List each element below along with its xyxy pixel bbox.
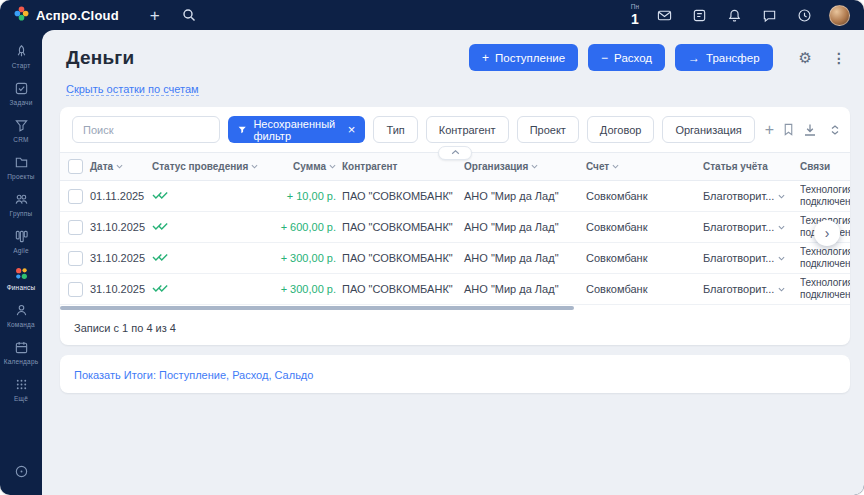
sidebar: Старт Задачи CRM Проект bbox=[0, 30, 42, 495]
help-icon[interactable] bbox=[14, 454, 29, 495]
sidebar-item-label: Agile bbox=[13, 247, 28, 254]
horizontal-scrollbar-thumb[interactable] bbox=[60, 306, 574, 310]
sidebar-item-projects[interactable]: Проекты bbox=[0, 149, 42, 186]
status-double-check-icon bbox=[152, 221, 278, 233]
column-label: Счет bbox=[586, 161, 609, 172]
sidebar-item-label: Группы bbox=[10, 210, 33, 217]
table-row[interactable]: 01.11.2025 + 10,00 р. ПАО "СОВКОМБАНК" А… bbox=[60, 181, 850, 212]
arrow-right-icon: → bbox=[688, 52, 700, 64]
row-checkbox[interactable] bbox=[68, 251, 83, 266]
column-header-sum[interactable]: Сумма bbox=[278, 161, 342, 172]
sidebar-item-label: Старт bbox=[12, 62, 31, 69]
filter-counterparty-button[interactable]: Контрагент bbox=[426, 116, 509, 143]
income-button-label: Поступление bbox=[495, 52, 565, 64]
topbar: Аспро.Cloud + Пн 1 bbox=[0, 0, 864, 30]
sidebar-item-label: Задачи bbox=[9, 99, 32, 106]
export-icon[interactable] bbox=[803, 123, 817, 137]
status-double-check-icon bbox=[152, 190, 278, 202]
expense-button[interactable]: − Расход bbox=[588, 44, 665, 71]
groups-icon bbox=[14, 192, 29, 207]
cell-links[interactable]: Технология подключения bbox=[800, 277, 850, 301]
plus-icon: + bbox=[482, 52, 489, 64]
filter-contract-button[interactable]: Договор bbox=[587, 116, 655, 143]
horizontal-scrollbar-track bbox=[60, 305, 850, 313]
column-header-status[interactable]: Статус проведения bbox=[152, 161, 278, 172]
support-icon[interactable] bbox=[794, 5, 814, 25]
row-checkbox[interactable] bbox=[68, 220, 83, 235]
search-icon[interactable] bbox=[179, 5, 199, 25]
column-header-date[interactable]: Дата bbox=[90, 161, 152, 172]
collapse-filters-button[interactable] bbox=[438, 146, 472, 160]
kanban-icon bbox=[14, 229, 29, 244]
select-all-checkbox[interactable] bbox=[68, 159, 83, 174]
calendar-day: 1 bbox=[631, 12, 639, 26]
sidebar-item-calendar[interactable]: Календарь bbox=[0, 334, 42, 371]
table-row[interactable]: 31.10.2025 + 300,00 р. ПАО "СОВКОМБАНК" … bbox=[60, 243, 850, 274]
folder-icon bbox=[14, 155, 29, 170]
chat-icon[interactable] bbox=[759, 5, 779, 25]
active-filter-label: Несохраненный фильтр bbox=[253, 118, 338, 142]
cell-article-dropdown[interactable]: Благотворит... bbox=[703, 283, 800, 295]
cell-article-dropdown[interactable]: Благотворит... bbox=[703, 221, 800, 233]
mail-icon[interactable] bbox=[654, 5, 674, 25]
calendar-widget[interactable]: Пн 1 bbox=[631, 4, 639, 26]
records-summary: Записи с 1 по 4 из 4 bbox=[60, 313, 850, 345]
page-settings-gear-icon[interactable]: ⚙ bbox=[799, 49, 812, 67]
page-header: Деньги + Поступление − Расход → Трансфер… bbox=[42, 30, 864, 71]
sort-icon bbox=[612, 164, 619, 169]
sidebar-item-start[interactable]: Старт bbox=[0, 38, 42, 75]
bell-icon[interactable] bbox=[724, 5, 744, 25]
column-header-article[interactable]: Статья учёта bbox=[703, 161, 800, 172]
filter-type-button[interactable]: Тип bbox=[373, 116, 417, 143]
row-checkbox[interactable] bbox=[68, 189, 83, 204]
bookmark-icon[interactable] bbox=[782, 123, 795, 136]
hide-balances-link[interactable]: Скрыть остатки по счетам bbox=[66, 83, 199, 96]
active-filter-chip[interactable]: Несохраненный фильтр × bbox=[228, 116, 365, 143]
kebab-menu-icon[interactable]: ⋮ bbox=[832, 50, 846, 66]
filter-funnel-icon bbox=[238, 124, 246, 136]
show-totals-link[interactable]: Показать Итоги: Поступление, Расход, Сал… bbox=[74, 369, 313, 381]
sidebar-item-agile[interactable]: Agile bbox=[0, 223, 42, 260]
cell-article-dropdown[interactable]: Благотворит... bbox=[703, 252, 800, 264]
income-button[interactable]: + Поступление bbox=[469, 44, 578, 71]
logo[interactable]: Аспро.Cloud bbox=[14, 6, 119, 25]
app-window: Аспро.Cloud + Пн 1 bbox=[0, 0, 864, 495]
cell-article-dropdown[interactable]: Благотворит... bbox=[703, 190, 800, 202]
transfer-button[interactable]: → Трансфер bbox=[675, 44, 773, 71]
sidebar-item-more[interactable]: Ещё bbox=[0, 371, 42, 408]
sidebar-item-label: CRM bbox=[13, 136, 28, 143]
notes-icon[interactable] bbox=[689, 5, 709, 25]
sidebar-item-groups[interactable]: Группы bbox=[0, 186, 42, 223]
add-filter-icon[interactable]: + bbox=[765, 121, 774, 139]
column-header-links[interactable]: Связи bbox=[800, 161, 850, 172]
filter-organization-button[interactable]: Организация bbox=[662, 116, 754, 143]
table-row[interactable]: 31.10.2025 + 600,00 р. ПАО "СОВКОМБАНК" … bbox=[60, 212, 850, 243]
cell-account: Совкомбанк bbox=[586, 221, 703, 233]
column-header-organization[interactable]: Организация bbox=[464, 161, 586, 172]
avatar[interactable] bbox=[829, 5, 850, 26]
table-row[interactable]: 31.10.2025 + 300,00 р. ПАО "СОВКОМБАНК" … bbox=[60, 274, 850, 305]
chevron-down-icon bbox=[778, 225, 785, 230]
sidebar-item-label: Проекты bbox=[7, 173, 34, 180]
remove-filter-icon[interactable]: × bbox=[348, 123, 356, 136]
filter-project-button[interactable]: Проект bbox=[517, 116, 579, 143]
cell-links[interactable]: Технология подключения bbox=[800, 246, 850, 270]
chevron-down-icon bbox=[778, 287, 785, 292]
cell-organization: АНО "Мир да Лад" bbox=[464, 221, 586, 233]
sidebar-item-finance[interactable]: Финансы bbox=[0, 260, 42, 297]
sidebar-item-team[interactable]: Команда bbox=[0, 297, 42, 334]
search-input[interactable] bbox=[72, 116, 220, 143]
cell-account: Совкомбанк bbox=[586, 283, 703, 295]
quick-add-button[interactable]: + bbox=[145, 5, 165, 25]
column-header-counterparty[interactable]: Контрагент bbox=[342, 161, 464, 172]
cell-counterparty: ПАО "СОВКОМБАНК" bbox=[342, 190, 464, 202]
table-scroll-right-button[interactable]: › bbox=[814, 220, 840, 246]
row-checkbox[interactable] bbox=[68, 282, 83, 297]
grid-dots-icon bbox=[14, 377, 29, 392]
sidebar-item-crm[interactable]: CRM bbox=[0, 112, 42, 149]
sidebar-item-tasks[interactable]: Задачи bbox=[0, 75, 42, 112]
cell-links[interactable]: Технология подключения bbox=[800, 184, 850, 208]
column-header-account[interactable]: Счет bbox=[586, 161, 703, 172]
collapse-rows-icon[interactable] bbox=[830, 125, 840, 135]
cell-sum: + 600,00 р. bbox=[278, 221, 342, 233]
